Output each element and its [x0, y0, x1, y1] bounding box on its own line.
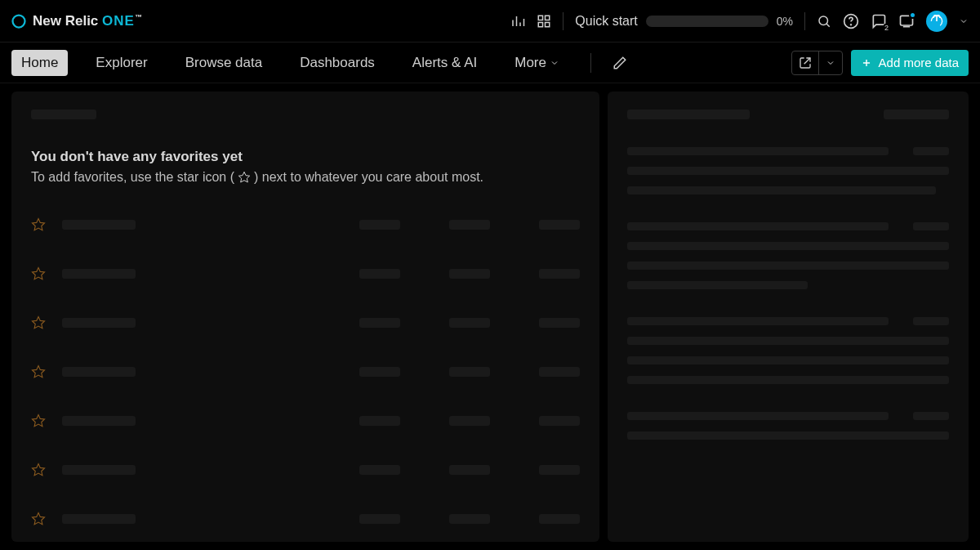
account-avatar[interactable] [926, 11, 947, 32]
header-divider [563, 12, 564, 30]
skeleton-bar [359, 318, 400, 328]
edit-nav-icon[interactable] [612, 56, 627, 70]
star-icon[interactable] [31, 364, 46, 379]
nav-more-label: More [514, 55, 546, 71]
brand-logo[interactable]: New Relic ONE™ [11, 13, 142, 29]
share-dropdown[interactable] [818, 51, 842, 74]
feed-item-skeleton [627, 412, 949, 440]
notification-dot [909, 11, 916, 19]
skeleton-bar [913, 412, 949, 420]
skeleton-bar [449, 367, 490, 377]
feed-icon[interactable] [898, 13, 915, 29]
skeleton-bar [449, 465, 490, 475]
nav-home[interactable]: Home [11, 50, 68, 76]
account-menu-chevron-icon[interactable] [959, 16, 969, 26]
favorites-skeleton-row [31, 217, 580, 232]
favorites-empty-title: You don't have any favorites yet [31, 149, 580, 165]
nav-browse-data[interactable]: Browse data [176, 50, 273, 76]
nav-alerts-ai[interactable]: Alerts & AI [403, 50, 487, 76]
global-header: New Relic ONE™ Quick start 0% [0, 0, 980, 42]
skeleton-bar [359, 465, 400, 475]
skeleton-bar [627, 412, 889, 420]
main-nav: Home Explorer Browse data Dashboards Ale… [0, 42, 980, 83]
favorites-skeleton-row [31, 414, 580, 428]
skeleton-bar [913, 222, 949, 230]
feedback-icon[interactable]: 2 [871, 13, 887, 29]
svg-marker-13 [33, 317, 45, 329]
skeleton-bar [627, 242, 949, 250]
skeleton-bar [62, 465, 136, 475]
svg-rect-4 [546, 22, 550, 26]
star-icon[interactable] [31, 315, 46, 330]
star-icon[interactable] [31, 266, 46, 281]
skeleton-bar [62, 367, 136, 377]
search-icon[interactable] [817, 14, 831, 29]
skeleton-bar [62, 318, 136, 328]
star-icon [238, 171, 251, 184]
skeleton-bar [359, 514, 400, 524]
quick-start-percent: 0% [777, 15, 793, 28]
plus-icon [861, 57, 872, 69]
skeleton-bar [359, 220, 400, 230]
add-data-button[interactable]: Add more data [851, 50, 969, 76]
skeleton-bar [884, 110, 949, 119]
nav-more[interactable]: More [505, 50, 569, 76]
skeleton-bar [449, 269, 490, 279]
skeleton-bar [627, 376, 949, 384]
star-icon[interactable] [31, 512, 46, 526]
star-icon[interactable] [31, 463, 46, 477]
skeleton-bar [539, 367, 580, 377]
feed-item-skeleton [627, 147, 949, 195]
newrelic-logo-icon [11, 14, 26, 29]
svg-marker-17 [33, 513, 45, 525]
skeleton-bar [449, 416, 490, 426]
skeleton-bar [62, 416, 136, 426]
nav-explorer[interactable]: Explorer [86, 50, 157, 76]
skeleton-bar [62, 220, 136, 230]
skeleton-bar [449, 220, 490, 230]
panel-title-skeleton [31, 110, 96, 119]
star-icon[interactable] [31, 414, 46, 428]
skeleton-bar [627, 356, 949, 364]
feed-item-skeleton [627, 222, 949, 289]
skeleton-bar [627, 281, 808, 289]
skeleton-bar [449, 318, 490, 328]
favorites-skeleton-row [31, 315, 580, 330]
nav-divider [590, 53, 591, 73]
svg-point-0 [13, 15, 25, 27]
feed-item-skeleton [627, 317, 949, 384]
nav-dashboards[interactable]: Dashboards [290, 50, 385, 76]
skeleton-bar [627, 167, 949, 175]
favorites-skeleton-row [31, 463, 580, 477]
favorites-sub-b: ) next to whatever you care about most. [254, 170, 483, 185]
help-icon[interactable] [843, 13, 859, 29]
brand-tm: ™ [135, 13, 142, 21]
chart-icon[interactable] [510, 14, 525, 29]
favorites-empty-subtitle: To add favorites, use the star icon ( ) … [31, 170, 580, 185]
header-divider [804, 12, 805, 30]
svg-marker-14 [33, 366, 45, 378]
quick-start[interactable]: Quick start 0% [575, 14, 793, 29]
whats-new-panel [608, 92, 969, 542]
svg-rect-1 [539, 16, 543, 20]
skeleton-bar [539, 465, 580, 475]
header-tools: Quick start 0% 2 [510, 11, 969, 32]
skeleton-bar [359, 416, 400, 426]
skeleton-bar [539, 318, 580, 328]
svg-rect-3 [539, 22, 543, 26]
apps-icon[interactable] [537, 14, 551, 29]
skeleton-bar [449, 514, 490, 524]
add-data-label: Add more data [879, 56, 959, 69]
star-icon[interactable] [31, 217, 46, 232]
skeleton-bar [627, 432, 949, 440]
panel-header-skeleton [627, 110, 949, 119]
favorites-skeleton-row [31, 364, 580, 379]
brand-name-a: New Relic [33, 13, 98, 29]
nav-right: Add more data [791, 50, 969, 76]
svg-marker-15 [33, 415, 45, 427]
share-button[interactable] [792, 51, 818, 74]
svg-marker-12 [33, 268, 45, 279]
skeleton-bar [359, 367, 400, 377]
svg-marker-16 [33, 464, 45, 476]
skeleton-bar [627, 317, 889, 325]
